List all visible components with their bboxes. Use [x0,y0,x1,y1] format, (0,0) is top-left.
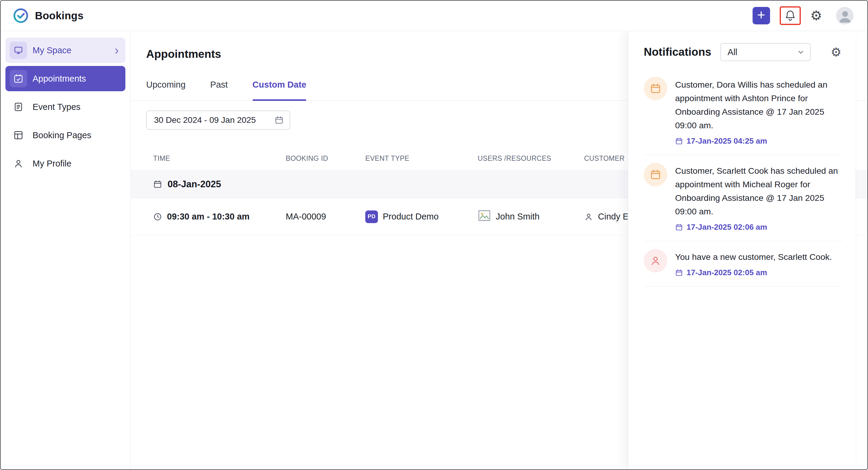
notification-timestamp-row: 17-Jan-2025 02:06 am [675,223,842,232]
user-avatar[interactable] [836,7,854,24]
topbar-actions: + ⚙ [752,6,854,25]
sidebar-item-label: Event Types [33,102,81,112]
sidebar-item-my-space[interactable]: My Space › [5,38,125,63]
bookings-logo [13,7,29,24]
col-header-users-resources: USERS /RESOURCES [478,155,584,163]
calendar-icon [275,115,284,125]
sidebar-item-event-types[interactable]: Event Types [5,94,125,120]
tab-custom-date[interactable]: Custom Date [253,80,307,101]
topbar: Bookings + ⚙ [1,1,867,31]
notification-timestamp: 17-Jan-2025 02:05 am [687,268,767,277]
chevron-down-icon [797,48,805,56]
calendar-icon [675,224,683,231]
person-icon [584,212,593,221]
gear-icon: ⚙ [810,9,822,22]
notifications-filter-select[interactable]: All [720,43,811,61]
notifications-list: Customer, Dora Willis has scheduled an a… [628,69,855,287]
booking-id-cell: MA-00009 [286,212,365,222]
notification-timestamp: 17-Jan-2025 04:25 am [687,136,767,146]
calendar-icon [153,180,162,189]
calendar-icon [675,269,683,277]
event-type-cell: PD Product Demo [365,210,478,223]
notification-settings-button[interactable]: ⚙ [831,46,841,58]
booking-id-value: MA-00009 [286,212,326,222]
chevron-right-icon: › [115,44,121,57]
gear-icon: ⚙ [831,46,841,58]
user-value: John Smith [496,212,539,222]
sidebar-item-label: My Profile [33,159,71,169]
notification-body: Customer, Dora Willis has scheduled an a… [675,77,842,146]
annotation-highlight-box [780,6,801,25]
event-type-value: Product Demo [383,212,438,222]
time-value: 09:30 am - 10:30 am [167,212,250,222]
sidebar: My Space › Appointments Event Types [1,31,130,469]
broken-image-icon [478,209,491,224]
layout-grid-icon [10,127,27,144]
clock-icon [153,212,162,221]
date-range-value: 30 Dec 2024 - 09 Jan 2025 [154,115,256,125]
calendar-check-icon [10,70,27,87]
new-customer-person-icon [644,249,667,272]
notification-timestamp-row: 17-Jan-2025 02:05 am [675,268,832,277]
bell-icon [784,9,797,22]
user-cell: John Smith [478,209,584,224]
sidebar-item-label: Booking Pages [33,130,91,140]
notifications-filter-value: All [727,47,737,57]
event-type-badge: PD [365,210,378,223]
date-range-picker[interactable]: 30 Dec 2024 - 09 Jan 2025 [146,110,290,130]
notification-body: You have a new customer, Scarlett Cook. … [675,249,832,277]
avatar-placeholder-icon [836,7,854,24]
monitor-icon [10,41,27,59]
notifications-bell-button[interactable] [784,9,797,22]
plus-icon: + [757,8,765,22]
notepad-icon [10,98,27,115]
notification-item[interactable]: Customer, Scarlett Cook has scheduled an… [644,155,842,241]
sidebar-item-label: Appointments [33,74,86,84]
sidebar-item-appointments[interactable]: Appointments [5,66,125,91]
time-cell: 09:30 am - 10:30 am [130,212,286,222]
date-group-label: 08-Jan-2025 [167,179,221,190]
notification-body: Customer, Scarlett Cook has scheduled an… [675,163,842,232]
notifications-panel: Notifications All ⚙ [628,31,855,469]
col-header-time: TIME [130,155,286,163]
notifications-header: Notifications All ⚙ [628,31,855,69]
col-header-booking-id: BOOKING ID [286,155,365,163]
sidebar-item-booking-pages[interactable]: Booking Pages [5,123,125,148]
notification-timestamp-row: 17-Jan-2025 04:25 am [675,136,842,146]
sidebar-item-label: My Space [33,45,71,56]
app-title: Bookings [35,10,84,22]
calendar-icon [675,137,683,145]
notifications-title: Notifications [644,46,711,58]
app-window: Bookings + ⚙ [0,0,868,470]
tab-upcoming[interactable]: Upcoming [146,80,186,101]
appointment-calendar-icon [644,77,667,100]
notification-message: Customer, Dora Willis has scheduled an a… [675,78,842,132]
person-icon [10,155,27,172]
notification-message: Customer, Scarlett Cook has scheduled an… [675,164,842,218]
tab-past[interactable]: Past [210,80,228,101]
notification-timestamp: 17-Jan-2025 02:06 am [687,223,767,232]
col-header-event-type: EVENT TYPE [365,155,478,163]
notification-item[interactable]: You have a new customer, Scarlett Cook. … [644,241,842,287]
brand: Bookings [13,7,84,24]
notification-item[interactable]: Customer, Dora Willis has scheduled an a… [644,69,842,155]
notification-message: You have a new customer, Scarlett Cook. [675,250,832,264]
settings-button[interactable]: ⚙ [810,9,822,22]
create-booking-button[interactable]: + [752,7,770,24]
sidebar-item-my-profile[interactable]: My Profile [5,151,125,176]
appointment-calendar-icon [644,163,667,187]
